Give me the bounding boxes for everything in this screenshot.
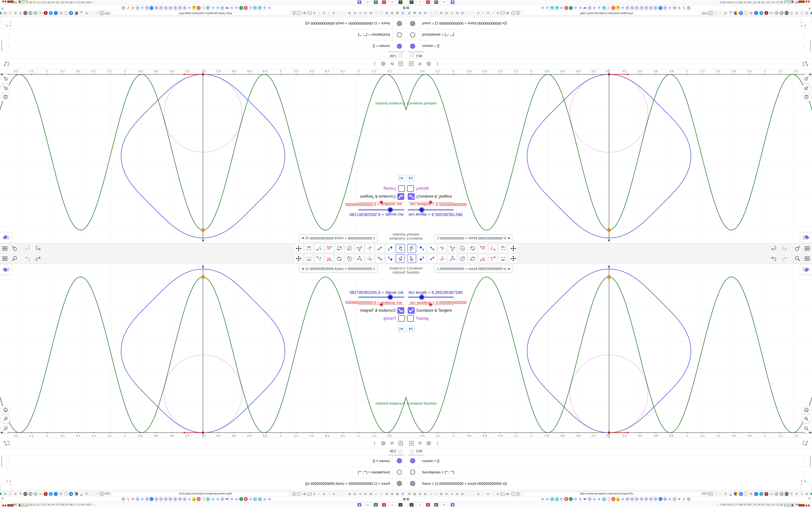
bookmark-favicon-sphere[interactable]: [555, 6, 559, 10]
bookmark-favicon-G[interactable]: G: [573, 6, 578, 10]
ext-gear-icon[interactable]: ⚙: [353, 11, 357, 15]
redo-button[interactable]: [781, 245, 788, 251]
algebra-row-text[interactable]: funcs = {1.000000000000 + cos(4.00000000…: [422, 21, 507, 25]
ext-globe-2-icon[interactable]: ⊕: [385, 492, 389, 496]
ext-dbox-icon[interactable]: D: [779, 11, 784, 15]
arc-position-knob[interactable]: [379, 302, 384, 307]
bookmark-favicon-flower[interactable]: ✿: [663, 497, 667, 501]
bookmark-favicon-G[interactable]: G: [545, 497, 550, 501]
algebra-row-text[interactable]: funcNames = {"", ""}: [358, 33, 390, 37]
back-icon[interactable]: [302, 492, 306, 496]
ext-globe-1-icon[interactable]: ⊕: [390, 11, 394, 15]
ext-globe-4-icon[interactable]: ⊕: [460, 492, 465, 496]
visibility-marble-gray[interactable]: [410, 21, 415, 26]
ext-globe-icon[interactable]: ⊕: [13, 11, 18, 15]
ext-ld-icon[interactable]: LD: [23, 492, 28, 496]
collapse-icon[interactable]: −: [410, 450, 414, 454]
bookmark-favicon-flower[interactable]: ✿: [687, 497, 691, 501]
tool-move-graphics-view[interactable]: [509, 254, 518, 263]
ext-shield-icon[interactable]: ⛨: [18, 492, 23, 496]
taskbar-app-discord[interactable]: ☻: [450, 0, 456, 5]
firefox-icon[interactable]: ●: [358, 492, 362, 496]
bookmark-favicon-flower[interactable]: ✿: [164, 6, 168, 10]
search-button[interactable]: [794, 245, 801, 251]
algebra-view-button[interactable]: [802, 60, 809, 68]
settings-button[interactable]: [379, 60, 387, 68]
bookmark-favicon-bluechat[interactable]: ▭: [658, 497, 663, 501]
skip-next-button[interactable]: [398, 175, 405, 181]
ext-headset-1-icon[interactable]: ∩: [379, 11, 384, 15]
bookmark-star-icon[interactable]: ☆: [713, 492, 718, 496]
bookmark-favicon-ya[interactable]: Я: [244, 497, 248, 501]
graphics-view[interactable]: -2.4-2.2-2-1.8-1.6-1.4-1.2-1-0.8-0.6-0.4…: [406, 69, 812, 243]
ext-gear2-icon[interactable]: ⚙: [59, 492, 63, 496]
bookmark-favicon-G[interactable]: G: [578, 497, 582, 501]
bookmark-favicon-flower[interactable]: ✿: [630, 6, 635, 10]
ext-globe-2-icon[interactable]: ⊕: [423, 492, 427, 496]
taskbar-app-red-tool[interactable]: ⚙: [381, 502, 387, 507]
tray-expand-icon[interactable]: «: [94, 1, 95, 4]
bookmark-favicon-flower[interactable]: ✿: [164, 497, 168, 501]
bookmark-favicon-photo[interactable]: ▲: [616, 497, 620, 501]
ext-globe-1-icon[interactable]: ⊕: [390, 492, 394, 496]
tool-polygon[interactable]: [448, 244, 457, 253]
algebra-view-button[interactable]: [3, 60, 10, 68]
algebra-view-button[interactable]: [802, 439, 809, 447]
undo-button[interactable]: [35, 245, 42, 251]
bookmark-favicon-flower[interactable]: ✿: [121, 497, 126, 501]
record-dot-icon[interactable]: ◉: [331, 11, 336, 15]
ext-add-icon[interactable]: +: [754, 492, 758, 496]
ext-headset-2-icon[interactable]: ∩: [434, 11, 438, 15]
reload-icon[interactable]: ↻: [723, 492, 728, 496]
chevron-up-icon[interactable]: ∧: [808, 496, 811, 500]
arc-position-point[interactable]: [608, 73, 610, 75]
ext-headset-1-icon[interactable]: ∩: [428, 11, 433, 15]
bookmark-favicon-flower[interactable]: ✿: [135, 6, 140, 10]
bookmark-favicon-G[interactable]: G: [597, 6, 601, 10]
bookmark-favicon-flower[interactable]: ✿: [649, 6, 653, 10]
taskbar-app-backup64[interactable]: 64: [441, 502, 448, 507]
lock-icon[interactable]: [516, 11, 520, 15]
curvature-max-point[interactable]: [608, 229, 611, 232]
zoom-out-button[interactable]: [802, 424, 811, 433]
tray-expand-icon[interactable]: «: [94, 503, 95, 506]
tray-expand-icon[interactable]: «: [717, 503, 718, 506]
bookmark-favicon-wot[interactable]: ✓: [239, 6, 243, 10]
faded-dot-icon[interactable]: ○: [470, 492, 474, 496]
row-menu-icon[interactable]: ⋮: [6, 458, 10, 463]
ext-down-icon[interactable]: ↓: [759, 11, 763, 15]
bookmark-favicon-G[interactable]: G: [230, 497, 234, 501]
ext-thumb-icon[interactable]: ⇧: [800, 11, 804, 15]
bookmark-favicon-flower[interactable]: ✿: [154, 497, 158, 501]
bookmark-favicon-G[interactable]: G: [263, 6, 267, 10]
bookmark-favicon-flower[interactable]: ✿: [183, 497, 187, 501]
ext-gear2-icon[interactable]: ⚙: [749, 492, 753, 496]
bookmark-favicon-ya[interactable]: Я: [611, 497, 615, 501]
bookmark-favicon-flower[interactable]: ✿: [168, 6, 173, 10]
ext-sphere-icon[interactable]: [774, 492, 779, 496]
ext-sphere-icon[interactable]: [33, 492, 38, 496]
ext-thumb-icon[interactable]: ⇧: [8, 492, 12, 496]
bookmark-favicon-flower[interactable]: ✿: [672, 6, 677, 10]
tool-perpendicular-line[interactable]: [438, 244, 447, 253]
graphics-stylebar-button[interactable]: [800, 232, 812, 243]
visibility-marble-white[interactable]: [410, 469, 415, 475]
bookmark-favicon-ya[interactable]: Я: [197, 6, 201, 10]
bookmark-favicon-photo[interactable]: ▲: [192, 6, 196, 10]
ext-headset-1-icon[interactable]: ∩: [379, 492, 384, 496]
graphics-view[interactable]: -2.4-2.2-2-1.8-1.6-1.4-1.2-1-0.8-0.6-0.4…: [0, 69, 406, 243]
visibility-marble-purple[interactable]: [397, 44, 402, 49]
tool-angle[interactable]: α: [325, 244, 334, 253]
tool-slider[interactable]: a = 2: [305, 254, 313, 263]
record-dot-icon[interactable]: ○: [317, 11, 321, 15]
zoom-out-button[interactable]: [1, 74, 10, 83]
record-dot-icon[interactable]: ◉: [476, 11, 481, 15]
curvature-max-point[interactable]: [608, 276, 611, 279]
bookmark-favicon-wot[interactable]: ✓: [239, 497, 243, 501]
shield-icon[interactable]: [297, 11, 301, 15]
curvature-tangent-checkbox[interactable]: [397, 193, 404, 200]
undo-button[interactable]: [770, 245, 777, 251]
folder-icon[interactable]: [307, 492, 312, 496]
taskbar-app-monitor[interactable]: ▣: [433, 0, 439, 5]
home-button[interactable]: [802, 93, 811, 102]
